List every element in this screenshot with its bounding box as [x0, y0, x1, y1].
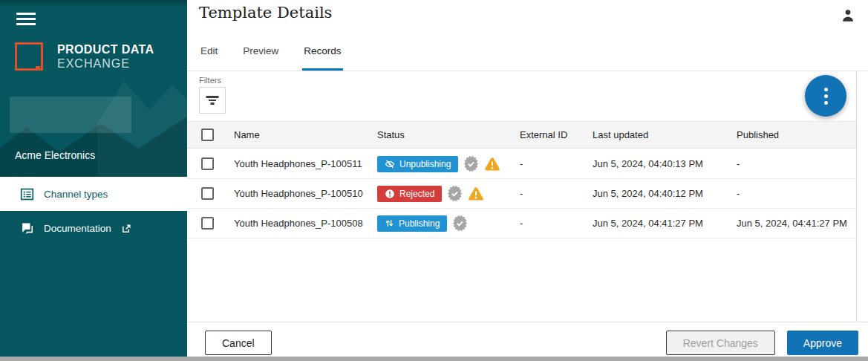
revert-changes-button[interactable]: Revert Changes — [666, 331, 775, 355]
record-last-updated: Jun 5, 2024, 04:40:13 PM — [593, 158, 737, 169]
filter-button[interactable] — [199, 87, 226, 114]
approval-seal-icon — [463, 156, 479, 172]
cancel-button[interactable]: Cancel — [205, 331, 272, 355]
row-checkbox[interactable] — [201, 157, 214, 170]
status-label: Rejected — [399, 189, 434, 199]
eye-off-icon — [385, 159, 395, 169]
record-published: - — [737, 188, 856, 199]
tab-bar: Edit Preview Records — [187, 41, 868, 71]
record-name: Youth Headphones_P-100508 — [234, 218, 377, 229]
column-header-status: Status — [377, 129, 520, 140]
table-row: Youth Headphones_P-100510 Rejected — [187, 179, 856, 209]
approve-button[interactable]: Approve — [787, 331, 858, 355]
error-circle-icon — [385, 189, 395, 199]
table-row: Youth Headphones_P-100511 Unpublishing — [187, 149, 856, 179]
row-checkbox[interactable] — [201, 217, 214, 230]
record-external-id: - — [520, 158, 593, 169]
status-label: Publishing — [399, 218, 440, 229]
sidebar-item-label: Documentation — [44, 223, 111, 234]
actions-fab-kebab-button[interactable] — [805, 75, 846, 117]
column-header-published: Published — [737, 129, 856, 140]
warning-icon — [484, 156, 500, 172]
select-all-checkbox[interactable] — [201, 129, 214, 141]
app-window: PRODUCT DATA EXCHANGE Acme Electronics — [0, 0, 868, 361]
user-account-icon[interactable] — [840, 7, 856, 24]
record-published: - — [737, 158, 856, 169]
column-header-name: Name — [234, 129, 377, 140]
approval-seal-icon — [447, 186, 463, 201]
channel-types-icon — [20, 187, 34, 201]
status-badge: Rejected — [377, 186, 442, 202]
column-header-external-id: External ID — [520, 129, 593, 140]
filters-label: Filters — [199, 76, 221, 85]
brand-name-line1: PRODUCT DATA — [57, 42, 154, 56]
tab-records[interactable]: Records — [302, 41, 342, 71]
kebab-menu-icon — [824, 88, 828, 91]
approval-seal-icon — [452, 215, 468, 231]
tab-preview[interactable]: Preview — [241, 41, 280, 71]
status-badge: Publishing — [377, 215, 447, 232]
footer-action-bar: Cancel Revert Changes Approve — [187, 322, 868, 357]
column-header-last-updated: Last updated — [593, 129, 737, 140]
sidebar: PRODUCT DATA EXCHANGE Acme Electronics — [0, 0, 187, 357]
status-badge: Unpublishing — [377, 156, 458, 172]
record-name: Youth Headphones_P-100510 — [234, 188, 377, 199]
content-right-divider — [856, 72, 857, 322]
organization-name: Acme Electronics — [15, 149, 95, 161]
tab-edit[interactable]: Edit — [199, 41, 219, 71]
horizontal-scrollbar[interactable] — [0, 357, 868, 361]
main-content: Template Details Edit Preview Records Fi… — [187, 0, 868, 357]
row-checkbox[interactable] — [201, 187, 214, 200]
sidebar-nav: Channel types Documentation — [0, 177, 187, 245]
hamburger-menu-icon[interactable] — [16, 13, 36, 26]
filter-icon — [206, 96, 219, 105]
page-title: Template Details — [199, 4, 332, 22]
record-published: Jun 5, 2024, 04:41:27 PM — [737, 218, 856, 229]
sidebar-item-documentation[interactable]: Documentation — [0, 211, 187, 245]
record-external-id: - — [520, 188, 593, 199]
sidebar-item-channel-types[interactable]: Channel types — [0, 177, 187, 211]
brand-logo-mark — [15, 42, 43, 71]
record-external-id: - — [520, 218, 593, 229]
brand-logo: PRODUCT DATA EXCHANGE — [15, 42, 154, 71]
table-header: Name Status External ID Last updated Pub… — [187, 121, 856, 149]
record-name: Youth Headphones_P-100511 — [234, 158, 377, 169]
table-body: Youth Headphones_P-100511 Unpublishing — [187, 149, 856, 238]
brand-name-line2: EXCHANGE — [57, 56, 154, 71]
swap-arrows-icon — [385, 218, 394, 228]
record-last-updated: Jun 5, 2024, 04:40:12 PM — [593, 188, 737, 199]
record-last-updated: Jun 5, 2024, 04:41:27 PM — [593, 218, 737, 229]
status-label: Unpublishing — [399, 159, 451, 169]
documentation-chat-icon — [20, 221, 34, 235]
table-row: Youth Headphones_P-100508 Publishing — [187, 209, 856, 238]
external-link-icon — [121, 223, 132, 234]
warning-icon — [468, 186, 484, 202]
sidebar-item-label: Channel types — [44, 189, 108, 200]
tenant-logo-placeholder — [10, 97, 131, 133]
